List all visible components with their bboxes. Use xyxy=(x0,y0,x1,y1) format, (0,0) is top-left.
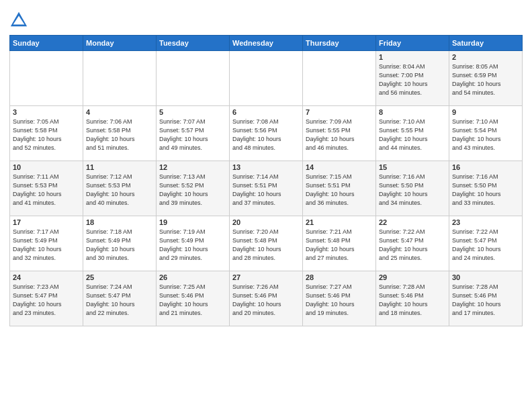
week-row-2: 3Sunrise: 7:05 AM Sunset: 5:58 PM Daylig… xyxy=(10,106,523,161)
calendar-cell: 29Sunrise: 7:28 AM Sunset: 5:46 PM Dayli… xyxy=(376,271,449,326)
calendar-cell: 5Sunrise: 7:07 AM Sunset: 5:57 PM Daylig… xyxy=(157,106,230,161)
day-info: Sunrise: 7:22 AM Sunset: 5:47 PM Dayligh… xyxy=(379,228,446,263)
day-info: Sunrise: 7:22 AM Sunset: 5:47 PM Dayligh… xyxy=(452,228,519,263)
col-header-tuesday: Tuesday xyxy=(157,36,230,51)
week-row-3: 10Sunrise: 7:11 AM Sunset: 5:53 PM Dayli… xyxy=(10,161,523,216)
day-info: Sunrise: 7:24 AM Sunset: 5:47 PM Dayligh… xyxy=(86,283,153,318)
day-info: Sunrise: 7:21 AM Sunset: 5:48 PM Dayligh… xyxy=(306,228,373,263)
day-number: 29 xyxy=(379,273,446,281)
day-info: Sunrise: 7:06 AM Sunset: 5:58 PM Dayligh… xyxy=(86,118,153,152)
day-info: Sunrise: 7:19 AM Sunset: 5:49 PM Dayligh… xyxy=(159,228,226,263)
day-info: Sunrise: 7:07 AM Sunset: 5:57 PM Dayligh… xyxy=(159,118,226,152)
day-number: 11 xyxy=(86,163,153,171)
col-header-sunday: Sunday xyxy=(10,36,83,51)
day-info: Sunrise: 7:27 AM Sunset: 5:46 PM Dayligh… xyxy=(306,283,373,318)
calendar-table: SundayMondayTuesdayWednesdayThursdayFrid… xyxy=(9,35,523,326)
day-info: Sunrise: 8:05 AM Sunset: 6:59 PM Dayligh… xyxy=(452,62,519,97)
main-container: SundayMondayTuesdayWednesdayThursdayFrid… xyxy=(0,0,532,332)
day-info: Sunrise: 7:25 AM Sunset: 5:46 PM Dayligh… xyxy=(159,283,226,318)
calendar-cell xyxy=(230,51,303,106)
day-info: Sunrise: 7:11 AM Sunset: 5:53 PM Dayligh… xyxy=(13,173,80,208)
calendar-cell xyxy=(157,51,230,106)
day-info: Sunrise: 7:12 AM Sunset: 5:53 PM Dayligh… xyxy=(86,173,153,208)
col-header-saturday: Saturday xyxy=(449,36,523,51)
day-number: 16 xyxy=(452,163,519,171)
calendar-cell: 27Sunrise: 7:26 AM Sunset: 5:46 PM Dayli… xyxy=(230,271,303,326)
day-number: 20 xyxy=(232,218,300,226)
day-info: Sunrise: 7:09 AM Sunset: 5:55 PM Dayligh… xyxy=(306,118,373,152)
day-info: Sunrise: 7:17 AM Sunset: 5:49 PM Dayligh… xyxy=(13,228,80,263)
calendar-cell: 2Sunrise: 8:05 AM Sunset: 6:59 PM Daylig… xyxy=(449,51,523,106)
calendar-cell: 15Sunrise: 7:16 AM Sunset: 5:50 PM Dayli… xyxy=(376,161,449,216)
day-info: Sunrise: 7:16 AM Sunset: 5:50 PM Dayligh… xyxy=(452,173,519,208)
day-info: Sunrise: 7:28 AM Sunset: 5:46 PM Dayligh… xyxy=(452,283,519,318)
calendar-cell: 30Sunrise: 7:28 AM Sunset: 5:46 PM Dayli… xyxy=(449,271,523,326)
calendar-cell: 13Sunrise: 7:14 AM Sunset: 5:51 PM Dayli… xyxy=(230,161,303,216)
calendar-cell xyxy=(83,51,157,106)
col-header-friday: Friday xyxy=(376,36,449,51)
day-number: 15 xyxy=(379,163,446,171)
day-number: 28 xyxy=(306,273,373,281)
day-number: 18 xyxy=(86,218,153,226)
day-info: Sunrise: 7:05 AM Sunset: 5:58 PM Dayligh… xyxy=(13,118,80,152)
calendar-cell: 17Sunrise: 7:17 AM Sunset: 5:49 PM Dayli… xyxy=(10,216,83,271)
day-number: 8 xyxy=(379,108,446,116)
day-info: Sunrise: 7:16 AM Sunset: 5:50 PM Dayligh… xyxy=(379,173,446,208)
calendar-cell: 11Sunrise: 7:12 AM Sunset: 5:53 PM Dayli… xyxy=(83,161,157,216)
day-info: Sunrise: 7:08 AM Sunset: 5:56 PM Dayligh… xyxy=(232,118,300,152)
day-info: Sunrise: 7:28 AM Sunset: 5:46 PM Dayligh… xyxy=(379,283,446,318)
day-number: 12 xyxy=(159,163,226,171)
calendar-cell: 20Sunrise: 7:20 AM Sunset: 5:48 PM Dayli… xyxy=(230,216,303,271)
week-row-4: 17Sunrise: 7:17 AM Sunset: 5:49 PM Dayli… xyxy=(10,216,523,271)
day-info: Sunrise: 7:18 AM Sunset: 5:49 PM Dayligh… xyxy=(86,228,153,263)
calendar-cell: 6Sunrise: 7:08 AM Sunset: 5:56 PM Daylig… xyxy=(230,106,303,161)
calendar-cell: 12Sunrise: 7:13 AM Sunset: 5:52 PM Dayli… xyxy=(157,161,230,216)
calendar-cell: 3Sunrise: 7:05 AM Sunset: 5:58 PM Daylig… xyxy=(10,106,83,161)
calendar-cell: 4Sunrise: 7:06 AM Sunset: 5:58 PM Daylig… xyxy=(83,106,157,161)
day-number: 30 xyxy=(452,273,519,281)
day-number: 3 xyxy=(13,108,80,116)
day-info: Sunrise: 7:15 AM Sunset: 5:51 PM Dayligh… xyxy=(306,173,373,208)
calendar-cell: 16Sunrise: 7:16 AM Sunset: 5:50 PM Dayli… xyxy=(449,161,523,216)
col-header-thursday: Thursday xyxy=(303,36,376,51)
day-number: 2 xyxy=(452,53,519,61)
calendar-cell: 10Sunrise: 7:11 AM Sunset: 5:53 PM Dayli… xyxy=(10,161,83,216)
day-number: 23 xyxy=(452,218,519,226)
day-info: Sunrise: 7:10 AM Sunset: 5:55 PM Dayligh… xyxy=(379,118,446,152)
day-number: 25 xyxy=(86,273,153,281)
day-number: 10 xyxy=(13,163,80,171)
calendar-cell xyxy=(303,51,376,106)
calendar-cell: 18Sunrise: 7:18 AM Sunset: 5:49 PM Dayli… xyxy=(83,216,157,271)
day-info: Sunrise: 7:20 AM Sunset: 5:48 PM Dayligh… xyxy=(232,228,300,263)
calendar-cell: 23Sunrise: 7:22 AM Sunset: 5:47 PM Dayli… xyxy=(449,216,523,271)
day-number: 5 xyxy=(159,108,226,116)
calendar-cell: 7Sunrise: 7:09 AM Sunset: 5:55 PM Daylig… xyxy=(303,106,376,161)
calendar-cell: 9Sunrise: 7:10 AM Sunset: 5:54 PM Daylig… xyxy=(449,106,523,161)
calendar-cell: 24Sunrise: 7:23 AM Sunset: 5:47 PM Dayli… xyxy=(10,271,83,326)
col-header-wednesday: Wednesday xyxy=(230,36,303,51)
day-info: Sunrise: 7:10 AM Sunset: 5:54 PM Dayligh… xyxy=(452,118,519,152)
day-number: 14 xyxy=(306,163,373,171)
day-number: 6 xyxy=(232,108,300,116)
calendar-cell xyxy=(10,51,83,106)
day-info: Sunrise: 7:23 AM Sunset: 5:47 PM Dayligh… xyxy=(13,283,80,318)
day-number: 21 xyxy=(306,218,373,226)
day-info: Sunrise: 7:26 AM Sunset: 5:46 PM Dayligh… xyxy=(232,283,300,318)
day-info: Sunrise: 7:14 AM Sunset: 5:51 PM Dayligh… xyxy=(232,173,300,208)
week-row-5: 24Sunrise: 7:23 AM Sunset: 5:47 PM Dayli… xyxy=(10,271,523,326)
day-number: 19 xyxy=(159,218,226,226)
day-number: 7 xyxy=(306,108,373,116)
calendar-cell: 25Sunrise: 7:24 AM Sunset: 5:47 PM Dayli… xyxy=(83,271,157,326)
calendar-cell: 21Sunrise: 7:21 AM Sunset: 5:48 PM Dayli… xyxy=(303,216,376,271)
calendar-cell: 28Sunrise: 7:27 AM Sunset: 5:46 PM Dayli… xyxy=(303,271,376,326)
calendar-cell: 14Sunrise: 7:15 AM Sunset: 5:51 PM Dayli… xyxy=(303,161,376,216)
day-info: Sunrise: 7:13 AM Sunset: 5:52 PM Dayligh… xyxy=(159,173,226,208)
calendar-cell: 1Sunrise: 8:04 AM Sunset: 7:00 PM Daylig… xyxy=(376,51,449,106)
day-number: 27 xyxy=(232,273,300,281)
calendar-cell: 19Sunrise: 7:19 AM Sunset: 5:49 PM Dayli… xyxy=(157,216,230,271)
calendar-cell: 26Sunrise: 7:25 AM Sunset: 5:46 PM Dayli… xyxy=(157,271,230,326)
day-number: 13 xyxy=(232,163,300,171)
col-header-monday: Monday xyxy=(83,36,157,51)
day-number: 26 xyxy=(159,273,226,281)
header xyxy=(9,8,523,30)
